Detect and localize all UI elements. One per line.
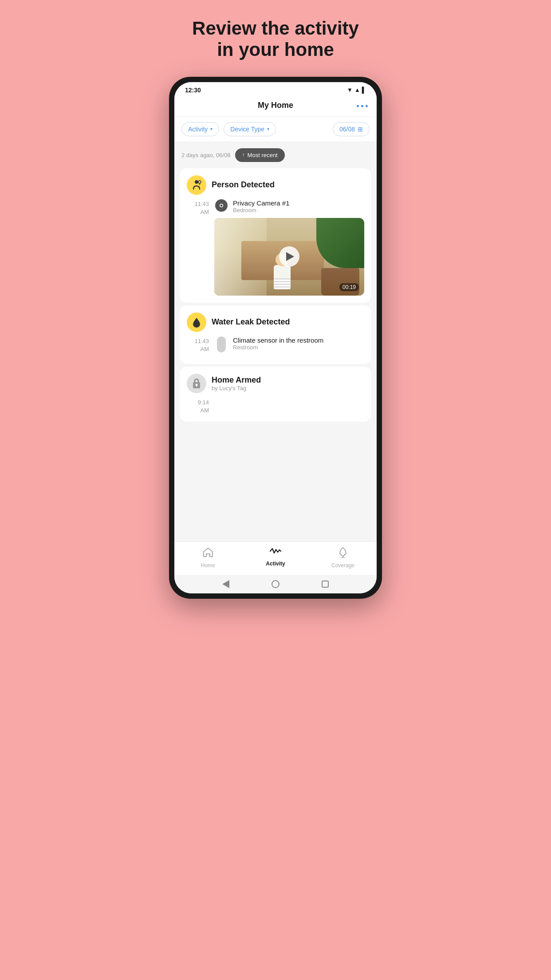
person-detected-icon	[187, 175, 206, 195]
status-icons: ▼ ▲ ▌	[347, 87, 366, 93]
app-title: My Home	[258, 101, 293, 110]
dot2	[361, 105, 363, 107]
card-body-water: 11:43AM Climate sensor in the restroom R…	[187, 336, 364, 357]
date-filter-label: 06/08	[339, 126, 355, 133]
filter-bar: Activity ▾ Device Type ▾ 06/08 ⊞	[174, 117, 377, 142]
more-options-button[interactable]	[357, 105, 368, 107]
headline-line1: Review the activity	[192, 18, 359, 39]
home-armed-title-group: Home Armed by Lucy's Tag	[212, 375, 261, 391]
recents-icon	[322, 581, 329, 588]
card-body-person: 11:43AM	[187, 199, 364, 296]
bottom-nav: Home Activity Coverage	[174, 541, 377, 575]
android-nav-bar	[174, 575, 377, 593]
card-body-armed: 9:14AM	[187, 398, 364, 415]
svg-point-1	[198, 181, 201, 183]
date-row: 2 days agao, 06/08 ↑ Most recent	[174, 142, 377, 166]
device-type-filter-label: Device Type	[230, 126, 264, 133]
sort-label: Most recent	[248, 152, 278, 158]
dot1	[357, 105, 359, 107]
card-header-person: Person Detected	[187, 175, 364, 195]
back-icon	[222, 580, 229, 588]
person-detected-card[interactable]: Person Detected 11:43AM	[180, 168, 371, 303]
back-button[interactable]	[221, 579, 231, 589]
device-type-chevron-icon: ▾	[267, 126, 269, 131]
battery-icon: ▌	[362, 87, 366, 93]
sensor-location: Restroom	[233, 344, 323, 351]
nav-home-label: Home	[201, 562, 215, 569]
camera-location: Bedroom	[233, 207, 290, 213]
phone-frame: 12:30 ▼ ▲ ▌ My Home Activity ▾ Device	[169, 77, 382, 599]
activity-filter-button[interactable]: Activity ▾	[181, 122, 219, 136]
nav-activity-label: Activity	[266, 561, 285, 567]
camera-name: Privacy Camera #1	[233, 199, 290, 207]
activity-nav-icon	[269, 546, 282, 559]
person-event-time: 11:43AM	[187, 199, 209, 296]
activity-filter-label: Activity	[188, 126, 208, 133]
video-thumbnail[interactable]: 00:19	[214, 218, 364, 296]
nav-activity[interactable]: Activity	[258, 546, 293, 569]
sensor-name: Climate sensor in the restroom	[233, 336, 323, 344]
home-nav-icon	[202, 546, 214, 561]
activity-chevron-icon: ▾	[210, 126, 213, 131]
calendar-icon: ⊞	[358, 126, 363, 133]
phone-screen: 12:30 ▼ ▲ ▌ My Home Activity ▾ Device	[174, 82, 377, 593]
home-armed-sub: by Lucy's Tag	[212, 385, 261, 391]
headline-line2: in your home	[217, 39, 334, 60]
person-detected-title: Person Detected	[212, 180, 275, 190]
sensor-device-row: Climate sensor in the restroom Restroom	[214, 336, 364, 352]
date-label: 2 days agao, 06/08	[181, 152, 231, 158]
camera-info: Privacy Camera #1 Bedroom	[233, 199, 290, 213]
dot3	[366, 105, 368, 107]
home-armed-card[interactable]: Home Armed by Lucy's Tag 9:14AM	[180, 367, 371, 422]
device-type-filter-button[interactable]: Device Type ▾	[224, 122, 276, 136]
svg-rect-6	[196, 385, 197, 387]
sensor-icon-wrap	[214, 336, 228, 352]
water-card-detail: Climate sensor in the restroom Restroom	[214, 336, 364, 357]
card-header-armed: Home Armed by Lucy's Tag	[187, 374, 364, 393]
sensor-icon	[217, 336, 226, 352]
headline: Review the activity in your home	[192, 18, 359, 61]
wifi-icon: ▼	[347, 87, 353, 93]
camera-icon-wrap	[214, 199, 228, 212]
recents-button[interactable]	[320, 579, 330, 589]
signal-icon: ▲	[354, 87, 360, 93]
home-icon	[272, 580, 279, 588]
play-button[interactable]	[279, 246, 299, 267]
water-event-time: 11:43AM	[187, 336, 209, 357]
nav-home[interactable]: Home	[190, 546, 226, 569]
play-icon	[286, 252, 294, 261]
card-header-water: Water Leak Detected	[187, 312, 364, 332]
water-leak-card[interactable]: Water Leak Detected 11:43AM Climate sens…	[180, 305, 371, 364]
camera-icon	[215, 199, 228, 212]
date-filter-button[interactable]: 06/08 ⊞	[333, 122, 370, 136]
water-leak-title: Water Leak Detected	[212, 317, 290, 327]
top-bar: My Home	[174, 96, 377, 117]
home-armed-icon	[187, 374, 206, 393]
nav-coverage-label: Coverage	[331, 562, 354, 569]
coverage-nav-icon	[337, 546, 349, 561]
status-time: 12:30	[185, 87, 201, 94]
armed-event-time: 9:14AM	[187, 398, 209, 415]
water-leak-icon	[187, 312, 206, 332]
camera-device-row: Privacy Camera #1 Bedroom	[214, 199, 364, 213]
sort-tooltip[interactable]: ↑ Most recent	[235, 148, 285, 162]
activity-content: 2 days agao, 06/08 ↑ Most recent	[174, 142, 377, 541]
svg-point-3	[220, 204, 223, 206]
sort-arrow-icon: ↑	[242, 152, 245, 158]
home-button[interactable]	[271, 579, 280, 589]
sensor-info: Climate sensor in the restroom Restroom	[233, 336, 323, 351]
home-armed-title: Home Armed	[212, 375, 261, 385]
svg-point-0	[195, 180, 198, 184]
status-bar: 12:30 ▼ ▲ ▌	[174, 82, 377, 96]
nav-coverage[interactable]: Coverage	[325, 546, 361, 569]
person-card-detail: Privacy Camera #1 Bedroom	[214, 199, 364, 296]
video-duration: 00:19	[339, 283, 359, 291]
